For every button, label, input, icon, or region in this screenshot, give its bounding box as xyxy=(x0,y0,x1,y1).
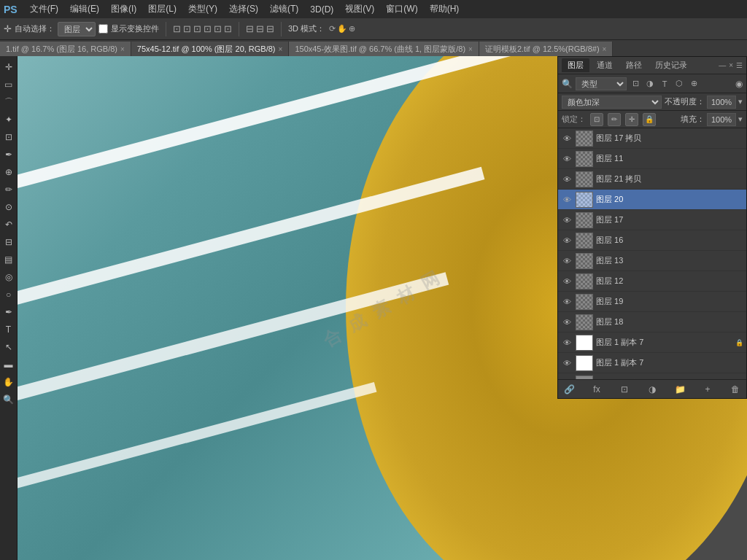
panel-collapse-icon[interactable]: × xyxy=(729,61,733,69)
menu-view[interactable]: 视图(V) xyxy=(340,1,379,17)
layer-visibility-icon[interactable]: 👁 xyxy=(561,337,573,349)
menu-filter[interactable]: 滤镜(T) xyxy=(265,1,303,17)
panel-tab-history[interactable]: 历史记录 xyxy=(649,58,693,72)
layer-item[interactable]: 👁图层 17 xyxy=(558,210,746,230)
hand-tool[interactable]: ✋ xyxy=(1,374,17,390)
tab-2-close[interactable]: × xyxy=(279,45,283,53)
pen-tool[interactable]: ✒ xyxy=(1,304,17,320)
lock-transparency-btn[interactable]: ⊡ xyxy=(590,113,603,126)
filter-shape-icon[interactable]: ⬡ xyxy=(673,78,685,90)
layer-item[interactable]: 👁图层 16 xyxy=(558,230,746,251)
link-layers-btn[interactable]: 🔗 xyxy=(562,382,576,397)
blend-mode-dropdown[interactable]: 颜色加深 正常 正片叠底 xyxy=(562,96,662,109)
dist-width-icon[interactable]: ⊟ xyxy=(266,23,274,34)
path-select-tool[interactable]: ↖ xyxy=(1,339,17,355)
layer-visibility-icon[interactable]: 👁 xyxy=(561,357,573,369)
dodge-tool[interactable]: ○ xyxy=(1,287,17,303)
panel-tab-layers[interactable]: 图层 xyxy=(562,58,589,72)
dist-vert-icon[interactable]: ⊟ xyxy=(256,23,264,34)
align-center-icon[interactable]: ⊡ xyxy=(183,23,191,34)
eraser-tool[interactable]: ⊟ xyxy=(1,234,17,250)
tab-3[interactable]: 150x45-效果图.tif @ 66.7% (曲线 1, 图层蒙版/8) × xyxy=(289,42,479,56)
layer-visibility-icon[interactable]: 👁 xyxy=(561,214,573,226)
filter-pixel-icon[interactable]: ⊡ xyxy=(630,78,641,90)
menu-help[interactable]: 帮助(H) xyxy=(425,1,465,17)
layer-item[interactable]: 👁图层 17 拷贝 xyxy=(558,128,746,149)
tab-2[interactable]: 75x45-12.tif @ 100% (图层 20, RGB/8) × xyxy=(131,42,290,56)
healing-tool[interactable]: ⊕ xyxy=(1,164,17,180)
delete-layer-btn[interactable]: 🗑 xyxy=(728,382,743,397)
add-style-btn[interactable]: fx xyxy=(589,382,604,397)
menu-3d[interactable]: 3D(D) xyxy=(305,3,338,16)
align-bottom-icon[interactable]: ⊡ xyxy=(224,23,232,34)
layer-item[interactable]: 👁图层 12 xyxy=(558,271,746,292)
tab-4[interactable]: 证明模板2.tif @ 12.5%(RGB/8#) × xyxy=(479,42,614,56)
lasso-tool[interactable]: ⌒ xyxy=(1,94,17,110)
align-left-icon[interactable]: ⊡ xyxy=(173,23,181,34)
clone-tool[interactable]: ⊙ xyxy=(1,199,17,215)
eyedropper-tool[interactable]: ✒ xyxy=(1,147,17,163)
layer-visibility-icon[interactable]: 👁 xyxy=(561,316,573,328)
3d-pan-icon[interactable]: ✋ xyxy=(337,24,347,34)
filter-type-dropdown[interactable]: 类型 xyxy=(576,77,627,90)
layer-visibility-icon[interactable]: 👁 xyxy=(561,174,573,185)
menu-window[interactable]: 窗口(W) xyxy=(381,1,422,17)
panel-tab-channels[interactable]: 通道 xyxy=(591,58,619,72)
tab-4-close[interactable]: × xyxy=(603,45,607,53)
layer-item[interactable]: 👁图层 13 xyxy=(558,251,746,271)
gradient-tool[interactable]: ▤ xyxy=(1,252,17,268)
show-transform-checkbox[interactable] xyxy=(98,24,108,34)
lock-all-btn[interactable]: 🔒 xyxy=(643,113,656,126)
layer-visibility-icon[interactable]: 👁 xyxy=(561,235,573,246)
menu-image[interactable]: 图像(I) xyxy=(106,1,142,17)
magic-wand-tool[interactable]: ✦ xyxy=(1,112,17,128)
blur-tool[interactable]: ◎ xyxy=(1,269,17,285)
tab-1-close[interactable]: × xyxy=(120,45,125,53)
lock-pixels-btn[interactable]: ✏ xyxy=(608,113,621,126)
lock-position-btn[interactable]: ✛ xyxy=(625,113,638,126)
layer-item[interactable]: 👁图层 18 xyxy=(558,312,746,332)
menu-layer[interactable]: 图层(L) xyxy=(143,1,182,17)
menu-select[interactable]: 选择(S) xyxy=(224,1,263,17)
menu-file[interactable]: 文件(F) xyxy=(25,1,63,17)
menu-type[interactable]: 类型(Y) xyxy=(183,1,222,17)
3d-scale-icon[interactable]: ⊕ xyxy=(349,24,355,34)
layer-item[interactable]: 👁图层 19 xyxy=(558,292,746,312)
align-top-icon[interactable]: ⊡ xyxy=(204,23,212,34)
panel-tab-paths[interactable]: 路径 xyxy=(620,58,648,72)
move-tool[interactable]: ✛ xyxy=(1,59,17,75)
filter-text-icon[interactable]: T xyxy=(659,78,670,90)
layer-item[interactable]: 👁图层 11 xyxy=(558,149,746,169)
zoom-tool[interactable]: 🔍 xyxy=(1,392,17,408)
layer-visibility-icon[interactable]: 👁 xyxy=(561,255,573,267)
3d-rotate-icon[interactable]: ⟳ xyxy=(329,24,336,34)
fill-chevron-icon[interactable]: ▾ xyxy=(738,114,743,124)
new-layer-btn[interactable]: + xyxy=(700,382,715,397)
layer-item[interactable]: 👁图层 1 副本 7 xyxy=(558,353,746,373)
history-brush-tool[interactable]: ↶ xyxy=(1,217,17,233)
align-middle-icon[interactable]: ⊡ xyxy=(214,23,222,34)
crop-tool[interactable]: ⊡ xyxy=(1,129,17,145)
marquee-tool[interactable]: ▭ xyxy=(1,77,17,93)
layer-visibility-icon[interactable]: 👁 xyxy=(561,194,573,206)
layer-item[interactable]: 👁图层 20 xyxy=(558,190,746,210)
layer-item[interactable]: 👁⊡矢量智能对象🔒 xyxy=(558,373,746,379)
opacity-input[interactable] xyxy=(707,96,736,109)
layer-list[interactable]: 👁图层 17 拷贝👁图层 11👁图层 21 拷贝👁图层 20👁图层 17👁图层 … xyxy=(558,128,746,379)
opacity-chevron-icon[interactable]: ▾ xyxy=(738,97,743,106)
panel-menu-icon[interactable]: ☰ xyxy=(736,61,743,69)
dist-horiz-icon[interactable]: ⊟ xyxy=(246,23,254,34)
auto-select-dropdown[interactable]: 图层 组 xyxy=(58,22,96,36)
layer-visibility-icon[interactable]: 👁 xyxy=(561,153,573,165)
tab-1[interactable]: 1.tif @ 16.7% (图层 16, RGB/8) × xyxy=(0,42,131,56)
layer-visibility-icon[interactable]: 👁 xyxy=(561,133,573,144)
filter-adjust-icon[interactable]: ◑ xyxy=(644,78,656,90)
canvas-area[interactable]: 合 成 素 材 网 图层 通道 路径 历史记录 — × ☰ 🔍 类型 xyxy=(18,56,747,560)
shape-tool[interactable]: ▬ xyxy=(1,357,17,373)
add-adjustment-btn[interactable]: ◑ xyxy=(645,382,659,397)
new-group-btn[interactable]: 📁 xyxy=(673,382,687,397)
layer-visibility-icon[interactable]: 👁 xyxy=(561,296,573,308)
filter-toggle[interactable]: ◉ xyxy=(735,79,743,89)
align-right-icon[interactable]: ⊡ xyxy=(193,23,201,34)
tab-3-close[interactable]: × xyxy=(468,45,473,53)
